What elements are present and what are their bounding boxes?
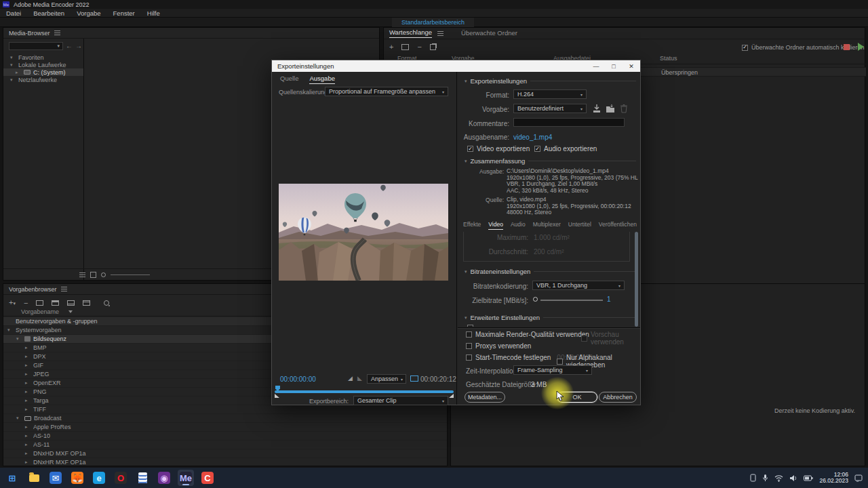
format-dropdown[interactable]: H.264▾: [513, 89, 587, 99]
export-video-checkbox[interactable]: [467, 146, 473, 152]
preset-row[interactable]: ▾ Broadcast: [3, 414, 448, 423]
panel-menu-icon[interactable]: [437, 33, 443, 34]
close-icon[interactable]: ✕: [623, 60, 640, 72]
section-advanced[interactable]: ▾Erweiterte Einstellungen: [465, 314, 636, 321]
taskbar-purple-app[interactable]: ◉: [156, 470, 172, 486]
preset-row[interactable]: ▸ TIFF: [3, 405, 448, 414]
comments-input[interactable]: [513, 118, 625, 127]
tab-output[interactable]: Ausgabe: [309, 75, 335, 84]
wifi-icon[interactable]: [774, 474, 783, 482]
tree-item-c-drive[interactable]: ▸C: (System): [3, 68, 83, 76]
duplicate-icon[interactable]: [430, 44, 436, 50]
taskbar-c-app[interactable]: C: [199, 470, 216, 486]
tree-item-local-drives[interactable]: ▾Lokale Laufwerke: [3, 61, 83, 68]
tab-queue[interactable]: Warteschlange: [389, 28, 432, 38]
notification-center-icon[interactable]: [854, 474, 863, 482]
volume-icon[interactable]: [789, 474, 797, 482]
expand-arrow-icon[interactable]: ▸: [25, 371, 31, 377]
import-preset-icon[interactable]: [606, 104, 615, 113]
start-timecode-checkbox[interactable]: [466, 354, 472, 361]
aspect-ratio-icon[interactable]: [410, 375, 418, 382]
preset-row[interactable]: ▸ DNxHR MXF OP1a: [3, 458, 448, 466]
menu-item[interactable]: Vorgabe: [77, 9, 100, 17]
work-area-end-handle[interactable]: [449, 394, 454, 398]
expand-arrow-icon[interactable]: ▸: [25, 424, 31, 430]
filter-icon[interactable]: [68, 310, 73, 313]
scrollbar[interactable]: [635, 232, 638, 327]
thumbnail-view-icon[interactable]: [90, 272, 96, 278]
taskbar-edge[interactable]: e: [91, 470, 107, 486]
preset-dropdown[interactable]: Benutzerdefiniert▾: [513, 104, 587, 113]
section-bitrate[interactable]: ▾Bitrateneinstellungen: [465, 268, 636, 275]
bitrate-slider-handle[interactable]: [533, 297, 538, 302]
back-arrow-icon[interactable]: ←: [66, 42, 73, 49]
panel-menu-icon[interactable]: [54, 33, 60, 33]
menu-item[interactable]: Fenster: [113, 9, 135, 17]
watch-auto-checkbox[interactable]: [742, 45, 748, 51]
taskbar-opera[interactable]: O: [113, 470, 129, 486]
cancel-button[interactable]: Abbrechen: [599, 392, 637, 403]
expand-arrow-icon[interactable]: ▸: [25, 398, 31, 403]
bitrate-slider-track[interactable]: [540, 300, 603, 301]
expand-arrow-icon[interactable]: ▸: [25, 442, 31, 447]
settings-tab[interactable]: Untertitel: [568, 221, 591, 230]
settings-tab[interactable]: Multiplexer: [533, 221, 561, 230]
timeline-track[interactable]: [275, 390, 454, 393]
metadata-button[interactable]: Metadaten...: [465, 392, 505, 403]
menu-item[interactable]: Datei: [6, 9, 21, 17]
workspace-tab[interactable]: Standardarbeitsbereich: [392, 18, 474, 27]
work-area-start-handle[interactable]: [275, 394, 279, 398]
remove-icon[interactable]: −: [417, 43, 421, 50]
expand-arrow-icon[interactable]: ▸: [25, 363, 31, 368]
tree-item-favorites[interactable]: ▾Favoriten: [3, 54, 83, 61]
delete-preset-icon[interactable]: −: [24, 300, 28, 306]
column-status[interactable]: Status: [660, 55, 677, 62]
add-output-icon[interactable]: [401, 44, 409, 50]
add-source-icon[interactable]: +: [389, 43, 393, 50]
tab-source[interactable]: Quelle: [280, 75, 298, 84]
taskbar-file-explorer[interactable]: [26, 470, 42, 486]
menu-item[interactable]: Hilfe: [147, 9, 160, 17]
import-preset-icon[interactable]: [67, 300, 75, 306]
media-browser-filter-input[interactable]: ▾: [9, 42, 63, 50]
expand-arrow-icon[interactable]: ▸: [25, 380, 31, 386]
phone-link-icon[interactable]: [750, 474, 756, 482]
stop-queue-icon[interactable]: [844, 44, 850, 50]
expand-arrow-icon[interactable]: ▾: [16, 336, 22, 342]
settings-tab[interactable]: Video: [488, 221, 503, 230]
preset-row[interactable]: ▸ AS-10: [3, 432, 448, 441]
clipped-checkbox[interactable]: [467, 325, 473, 327]
scaling-dropdown[interactable]: Proportional auf Framegröße anpassen▾: [325, 87, 448, 96]
use-proxies-checkbox[interactable]: [466, 343, 472, 349]
taskbar-clock[interactable]: 12:06 26.02.2023: [819, 472, 848, 485]
zoom-slider-handle[interactable]: [101, 272, 106, 277]
time-interpolation-dropdown[interactable]: Frame-Sampling▾: [513, 365, 592, 375]
expand-arrow-icon[interactable]: ▸: [25, 451, 31, 456]
forward-arrow-icon[interactable]: →: [75, 42, 82, 49]
taskbar-windows-start[interactable]: ⊞: [4, 470, 20, 486]
settings-tab[interactable]: Effekte: [463, 221, 481, 230]
create-preset-icon[interactable]: +▾: [9, 299, 16, 307]
new-group-icon[interactable]: [36, 300, 43, 306]
start-queue-icon[interactable]: [858, 43, 864, 51]
preset-row[interactable]: ▸ Apple ProRes: [3, 423, 448, 432]
alpha-only-checkbox[interactable]: [557, 359, 563, 365]
settings-tab[interactable]: Veröffentlichen: [599, 221, 637, 230]
expand-arrow-icon[interactable]: ▾: [7, 327, 13, 333]
preset-settings-icon[interactable]: [52, 300, 59, 306]
export-range-dropdown[interactable]: Gesamter Clip▾: [353, 396, 448, 405]
taskbar-media-encoder[interactable]: Me: [178, 470, 194, 486]
expand-arrow-icon[interactable]: ▸: [25, 354, 31, 359]
search-icon[interactable]: [104, 300, 109, 306]
list-view-icon[interactable]: [79, 274, 85, 275]
taskbar-notepad[interactable]: [134, 470, 151, 486]
bitrate-encoding-dropdown[interactable]: VBR, 1 Durchgang▾: [532, 281, 625, 290]
battery-icon[interactable]: [804, 475, 813, 481]
export-audio-checkbox[interactable]: [534, 146, 540, 152]
expand-arrow-icon[interactable]: ▸: [25, 433, 31, 439]
target-bitrate-value[interactable]: 1: [607, 296, 611, 303]
output-name-link[interactable]: video_1.mp4: [513, 134, 552, 141]
minimize-icon[interactable]: —: [587, 60, 605, 72]
max-render-quality-checkbox[interactable]: [466, 331, 472, 338]
expand-arrow-icon[interactable]: ▾: [16, 415, 22, 421]
